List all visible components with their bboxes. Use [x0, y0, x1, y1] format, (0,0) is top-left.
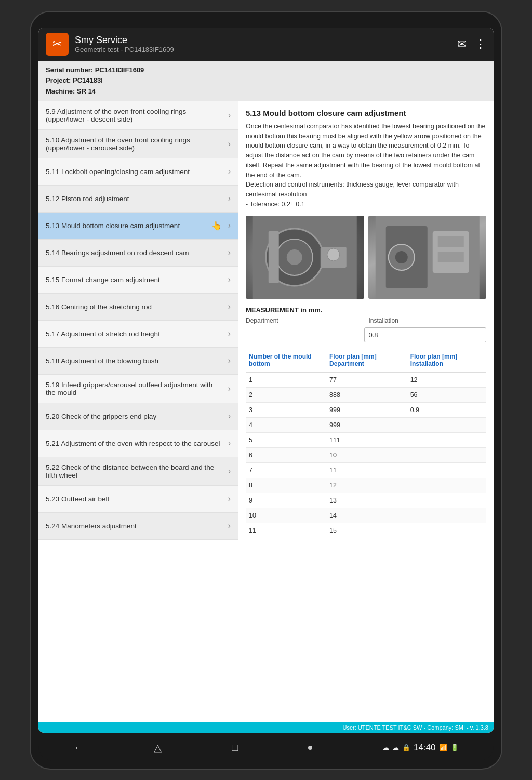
sidebar-item-5.15[interactable]: 5.15 Format change cam adjustment ›	[38, 267, 238, 294]
svg-rect-10	[437, 236, 463, 247]
battery-icon: 🔋	[450, 744, 459, 751]
sidebar-item-5.24[interactable]: 5.24 Manometers adjustment ›	[38, 513, 238, 540]
info-bar: Serial number: PC14183IF1609 Project: PC…	[38, 61, 494, 101]
cell-dept: 999	[326, 417, 407, 432]
table-row: 4 999	[246, 417, 486, 432]
sidebar-item-5.22[interactable]: 5.22 Check of the distance between the b…	[38, 457, 238, 486]
sidebar-item-label: 5.19 Infeed grippers/carousel outfeed ad…	[46, 381, 224, 396]
cell-num: 10	[246, 508, 326, 523]
sidebar: 5.9 Adjustment of the oven front cooling…	[38, 101, 238, 722]
cell-num: 4	[246, 417, 326, 432]
sidebar-item-5.19[interactable]: 5.19 Infeed grippers/carousel outfeed ad…	[38, 375, 238, 403]
chevron-right-icon: ›	[228, 521, 231, 531]
installation-input[interactable]	[364, 327, 487, 342]
sidebar-item-label: 5.17 Adjustment of stretch rod height	[46, 330, 224, 338]
sidebar-item-5.13[interactable]: 5.13 Mould bottom closure cam adjustment…	[38, 213, 238, 240]
sidebar-item-5.11[interactable]: 5.11 Lockbolt opening/closing cam adjust…	[38, 158, 238, 186]
cell-num: 6	[246, 447, 326, 462]
app-icon: ✂	[46, 33, 69, 56]
sidebar-item-5.16[interactable]: 5.16 Centring of the stretching rod ›	[38, 294, 238, 321]
cell-dept: 888	[326, 387, 407, 402]
cell-num: 2	[246, 387, 326, 402]
cell-num: 5	[246, 432, 326, 447]
time-display: 14:40	[414, 743, 436, 753]
chevron-right-icon: ›	[228, 167, 231, 176]
measure-title: MEASUREMENT in mm.	[246, 306, 486, 314]
center-dot	[308, 746, 312, 750]
sidebar-item-5.23[interactable]: 5.23 Outfeed air belt ›	[38, 486, 238, 513]
sidebar-item-label: 5.20 Check of the grippers end play	[46, 413, 224, 420]
cell-num: 3	[246, 402, 326, 417]
cell-inst	[407, 478, 486, 493]
status-icons: ☁ ☁ 🔒 14:40 📶 🔋	[382, 743, 459, 753]
sidebar-item-5.17[interactable]: 5.17 Adjustment of stretch rod height ›	[38, 321, 238, 348]
cell-inst: 56	[407, 387, 486, 402]
chevron-right-icon: ›	[228, 356, 231, 365]
col-header-dept: Floor plan [mm] Department	[326, 349, 407, 372]
app-title-group: Smy Service Geometric test - PC14183IF16…	[75, 35, 457, 54]
cell-num: 8	[246, 478, 326, 493]
table-row: 6 10	[246, 447, 486, 462]
back-button[interactable]: ←	[73, 742, 84, 753]
cell-num: 7	[246, 462, 326, 478]
sidebar-item-label: 5.13 Mould bottom closure cam adjustment	[46, 222, 211, 230]
machine-image-right	[368, 216, 487, 299]
chevron-right-icon: ›	[228, 139, 231, 149]
sidebar-item-label: 5.22 Check of the distance between the b…	[46, 464, 224, 479]
cell-num: 1	[246, 372, 326, 388]
cell-num: 11	[246, 523, 326, 538]
measure-labels: Department Installation	[246, 317, 486, 324]
right-panel: 5.13 Mould bottom closure cam adjustment…	[238, 101, 494, 722]
cell-inst	[407, 462, 486, 478]
app-subtitle: Geometric test - PC14183IF1609	[75, 46, 457, 54]
machine-label: Machine:	[46, 87, 75, 95]
sidebar-item-5.21[interactable]: 5.21 Adjustment of the oven with respect…	[38, 430, 238, 457]
svg-rect-6	[269, 231, 279, 283]
main-content: 5.9 Adjustment of the oven front cooling…	[38, 101, 494, 722]
sidebar-item-label: 5.21 Adjustment of the oven with respect…	[46, 440, 224, 447]
chevron-right-icon: ›	[228, 384, 231, 393]
cell-dept: 77	[326, 372, 407, 388]
sidebar-item-5.10[interactable]: 5.10 Adjustment of the oven front coolin…	[38, 130, 238, 158]
sidebar-item-label: 5.11 Lockbolt opening/closing cam adjust…	[46, 168, 224, 176]
sidebar-item-5.9[interactable]: 5.9 Adjustment of the oven front cooling…	[38, 101, 238, 130]
sidebar-item-label: 5.9 Adjustment of the oven front cooling…	[46, 108, 224, 123]
table-row: 9 13	[246, 493, 486, 508]
chevron-right-icon: ›	[228, 194, 231, 203]
table-row: 10 14	[246, 508, 486, 523]
serial-label: Serial number:	[46, 66, 93, 74]
recents-button[interactable]: □	[232, 742, 238, 753]
sidebar-item-label: 5.18 Adjustment of the blowing bush	[46, 357, 224, 365]
chevron-right-icon: ›	[228, 494, 231, 504]
chevron-right-icon: ›	[228, 275, 231, 284]
cell-dept: 999	[326, 402, 407, 417]
cell-dept: 15	[326, 523, 407, 538]
sidebar-item-5.18[interactable]: 5.18 Adjustment of the blowing bush ›	[38, 348, 238, 375]
cell-inst	[407, 508, 486, 523]
sidebar-item-5.14[interactable]: 5.14 Bearings adjustment on rod descent …	[38, 240, 238, 267]
sidebar-item-label: 5.24 Manometers adjustment	[46, 522, 224, 530]
cell-inst	[407, 447, 486, 462]
cell-inst	[407, 417, 486, 432]
images-row	[246, 216, 486, 299]
cell-inst	[407, 432, 486, 447]
table-row: 3 999 0.9	[246, 402, 486, 417]
col-header-inst: Floor plan [mm] Installation	[407, 349, 486, 372]
chevron-right-icon: ›	[228, 302, 231, 311]
cell-dept: 14	[326, 508, 407, 523]
project-label: Project:	[46, 76, 71, 84]
table-header-row: Number of the mould bottom Floor plan [m…	[246, 349, 486, 372]
home-button[interactable]: △	[154, 742, 162, 754]
wifi-icon: 📶	[439, 744, 447, 751]
cell-dept: 10	[326, 447, 407, 462]
sidebar-item-5.12[interactable]: 5.12 Piston rod adjustment ›	[38, 186, 238, 213]
chevron-right-icon: ›	[228, 111, 231, 120]
more-options-icon[interactable]: ⋮	[475, 37, 486, 51]
sidebar-item-5.20[interactable]: 5.20 Check of the grippers end play ›	[38, 403, 238, 430]
mail-icon[interactable]: ✉	[457, 37, 467, 51]
chevron-right-icon: ›	[228, 329, 231, 338]
status-text: User: UTENTE TEST IT&C SW - Company: SMI…	[342, 724, 488, 731]
measure-section: MEASUREMENT in mm. Department Installati…	[246, 306, 486, 342]
svg-point-3	[287, 249, 302, 265]
project-value: PC14183I	[73, 76, 103, 84]
